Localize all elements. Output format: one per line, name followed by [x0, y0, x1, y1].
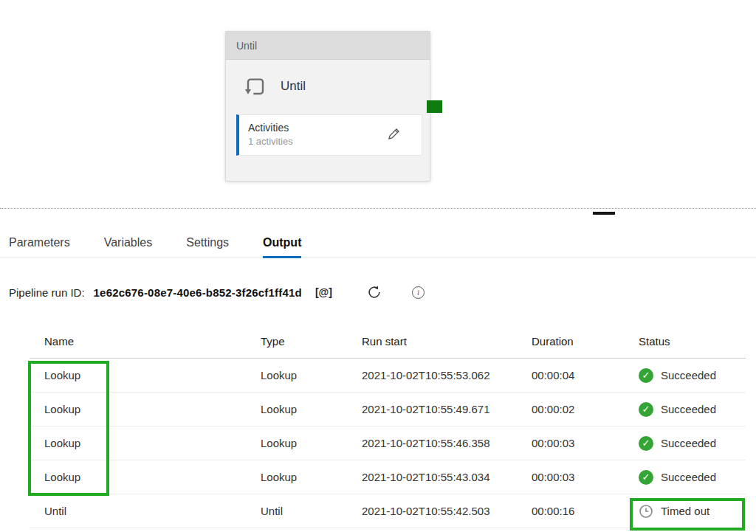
col-header-status[interactable]: Status — [639, 335, 746, 348]
succeeded-icon: ✓ — [639, 402, 653, 417]
cell-status: ✓ Succeeded — [639, 436, 746, 451]
panel-resize-handle[interactable] — [593, 212, 615, 215]
pipeline-run-id-row: Pipeline run ID: 1e62c676-08e7-40e6-b852… — [9, 280, 425, 304]
edit-pencil-icon[interactable] — [386, 127, 401, 142]
table-row[interactable]: Until Until 2021-10-02T10:55:42.503 00:0… — [30, 494, 746, 528]
info-icon[interactable]: i — [412, 286, 425, 299]
status-label: Succeeded — [661, 437, 716, 449]
col-header-run-start[interactable]: Run start — [362, 335, 532, 348]
cell-run-start: 2021-10-02T10:55:43.034 — [362, 471, 532, 483]
table-row[interactable]: Lookup Lookup 2021-10-02T10:55:49.671 00… — [30, 393, 746, 426]
cell-duration: 00:00:03 — [532, 437, 639, 449]
refresh-icon[interactable] — [366, 284, 382, 300]
cell-name: Lookup — [30, 437, 261, 449]
succeeded-icon: ✓ — [639, 436, 653, 451]
until-activity-card[interactable]: Until Until Activities 1 activities — [225, 31, 430, 182]
cell-run-start: 2021-10-02T10:55:42.503 — [362, 505, 532, 517]
col-header-name[interactable]: Name — [30, 335, 261, 348]
cell-name: Until — [30, 505, 261, 517]
tab-settings[interactable]: Settings — [186, 227, 229, 258]
table-row[interactable]: Lookup Lookup 2021-10-02T10:55:46.358 00… — [30, 426, 746, 460]
tab-output[interactable]: Output — [263, 227, 301, 258]
cell-status: ✓ Succeeded — [639, 402, 746, 417]
cell-type: Lookup — [261, 471, 362, 483]
cell-type: Lookup — [261, 437, 362, 449]
status-label: Succeeded — [661, 369, 716, 381]
table-row[interactable]: Lookup Lookup 2021-10-02T10:55:53.062 00… — [30, 359, 746, 393]
timed-out-clock-icon — [639, 504, 653, 519]
cell-type: Until — [261, 505, 362, 517]
cell-type: Lookup — [261, 369, 362, 381]
cell-name: Lookup — [30, 471, 261, 483]
table-header-row: Name Type Run start Duration Status — [30, 325, 746, 359]
succeeded-icon: ✓ — [639, 470, 653, 485]
run-id-value: 1e62c676-08e7-40e6-b852-3f26cf1ff41d — [94, 286, 302, 299]
success-connector-handle[interactable] — [427, 100, 442, 113]
panel-separator — [0, 208, 756, 209]
cell-status: ✓ Succeeded — [639, 470, 746, 485]
succeeded-icon: ✓ — [639, 368, 653, 383]
tab-parameters[interactable]: Parameters — [9, 227, 70, 258]
status-label: Succeeded — [661, 403, 716, 415]
cell-run-start: 2021-10-02T10:55:46.358 — [362, 437, 532, 449]
status-label: Succeeded — [661, 471, 716, 483]
cell-name: Lookup — [30, 369, 261, 381]
activity-title: Until — [281, 79, 306, 94]
cell-duration: 00:00:16 — [532, 505, 639, 517]
activity-card-header: Until — [226, 32, 430, 60]
tab-variables[interactable]: Variables — [104, 227, 153, 258]
activities-sub-card[interactable]: Activities 1 activities — [236, 114, 422, 156]
cell-status: Timed out — [639, 504, 746, 519]
run-id-label: Pipeline run ID: — [9, 286, 85, 299]
cell-duration: 00:00:04 — [532, 369, 639, 381]
panel-tabs: Parameters Variables Settings Output — [0, 227, 756, 258]
cell-name: Lookup — [30, 403, 261, 415]
dynamic-content-icon[interactable]: [@] — [315, 286, 332, 298]
cell-run-start: 2021-10-02T10:55:49.671 — [362, 403, 532, 415]
col-header-type[interactable]: Type — [261, 335, 362, 348]
cell-duration: 00:00:03 — [532, 471, 639, 483]
cell-status: ✓ Succeeded — [639, 368, 746, 383]
activity-card-body: Until Activities 1 activities — [226, 60, 430, 182]
activity-runs-table: Name Type Run start Duration Status Look… — [30, 325, 746, 528]
cell-duration: 00:00:02 — [532, 403, 639, 415]
col-header-duration[interactable]: Duration — [532, 335, 639, 348]
until-loop-icon — [244, 75, 267, 98]
cell-type: Lookup — [261, 403, 362, 415]
status-label: Timed out — [661, 505, 709, 517]
table-row[interactable]: Lookup Lookup 2021-10-02T10:55:43.034 00… — [30, 460, 746, 494]
cell-run-start: 2021-10-02T10:55:53.062 — [362, 369, 532, 381]
